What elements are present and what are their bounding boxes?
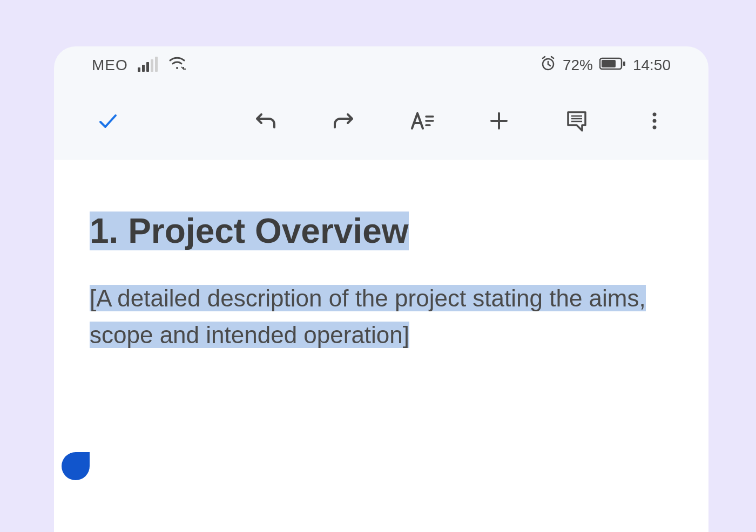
svg-point-11 [653, 119, 657, 123]
plus-icon [488, 110, 510, 134]
text-format-icon [408, 109, 434, 135]
checkmark-icon [96, 109, 120, 135]
comment-icon [565, 109, 589, 135]
wifi-icon [167, 56, 187, 75]
done-button[interactable] [86, 100, 130, 144]
clock-time: 14:50 [633, 57, 671, 74]
alarm-icon [540, 56, 556, 76]
toolbar [54, 84, 708, 160]
text-format-button[interactable] [400, 100, 443, 144]
document-heading[interactable]: 1. Project Overview [90, 212, 409, 250]
redo-button[interactable] [322, 100, 365, 144]
battery-icon [599, 57, 626, 74]
insert-button[interactable] [477, 100, 521, 144]
selection-handle-start[interactable] [62, 452, 90, 480]
signal-icon [138, 59, 158, 72]
document-content[interactable]: 1. Project Overview [A detailed descript… [54, 160, 708, 532]
svg-rect-2 [602, 60, 616, 67]
undo-icon [254, 109, 278, 135]
carrier-label: MEO [92, 57, 128, 74]
document-body[interactable]: [A detailed description of the project s… [90, 285, 646, 348]
status-bar-left: MEO [92, 56, 187, 75]
redo-icon [332, 109, 355, 135]
status-bar-right: 72% 14:50 [540, 56, 671, 76]
comment-button[interactable] [555, 100, 598, 144]
status-bar: MEO 72% [54, 46, 708, 84]
phone-frame: MEO 72% [54, 46, 708, 532]
battery-percent: 72% [563, 57, 593, 74]
more-button[interactable] [633, 100, 676, 144]
svg-point-12 [653, 126, 657, 129]
svg-point-10 [653, 113, 657, 117]
svg-rect-3 [623, 62, 625, 66]
undo-button[interactable] [244, 100, 287, 144]
more-vertical-icon [644, 110, 665, 134]
